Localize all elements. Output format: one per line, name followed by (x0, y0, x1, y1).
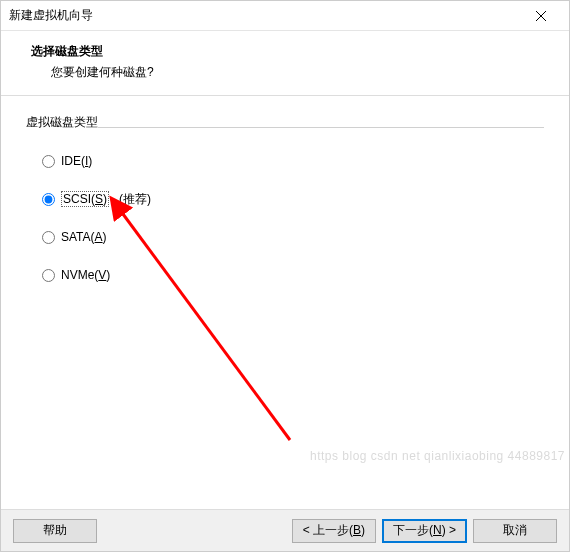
help-button[interactable]: 帮助 (13, 519, 97, 543)
cancel-button[interactable]: 取消 (473, 519, 557, 543)
radio-input-nvme[interactable] (42, 269, 55, 282)
back-button[interactable]: < 上一步(B) (292, 519, 376, 543)
radio-input-sata[interactable] (42, 231, 55, 244)
page-subtitle: 您要创建何种磁盘? (51, 64, 549, 81)
page-title: 选择磁盘类型 (31, 43, 549, 60)
radio-label-nvme[interactable]: NVMe(V) (61, 268, 110, 282)
next-button[interactable]: 下一步(N) > (382, 519, 467, 543)
wizard-header: 选择磁盘类型 您要创建何种磁盘? (1, 31, 569, 96)
radio-label-scsi[interactable]: SCSI(S) (61, 191, 109, 207)
recommend-label: (推荐) (119, 191, 151, 208)
radio-input-ide[interactable] (42, 155, 55, 168)
watermark-text: https blog csdn net qianlixiaobing 44889… (310, 449, 565, 463)
window-title: 新建虚拟机向导 (9, 7, 521, 24)
radio-input-scsi[interactable] (42, 193, 55, 206)
content-area: 虚拟磁盘类型 IDE(I) SCSI(S) (推荐) SATA(A) NVMe(… (1, 96, 569, 509)
radio-label-ide[interactable]: IDE(I) (61, 154, 92, 168)
radio-option-ide[interactable]: IDE(I) (42, 142, 544, 180)
fieldset-legend: 虚拟磁盘类型 (26, 114, 544, 131)
close-button[interactable] (521, 2, 561, 30)
radio-option-nvme[interactable]: NVMe(V) (42, 256, 544, 294)
radio-option-sata[interactable]: SATA(A) (42, 218, 544, 256)
wizard-window: 新建虚拟机向导 选择磁盘类型 您要创建何种磁盘? 虚拟磁盘类型 IDE(I) S… (0, 0, 570, 552)
fieldset-divider (98, 127, 544, 128)
titlebar: 新建虚拟机向导 (1, 1, 569, 31)
disk-type-radio-group: IDE(I) SCSI(S) (推荐) SATA(A) NVMe(V) (42, 142, 544, 294)
radio-option-scsi[interactable]: SCSI(S) (推荐) (42, 180, 544, 218)
radio-label-sata[interactable]: SATA(A) (61, 230, 107, 244)
wizard-footer: 帮助 < 上一步(B) 下一步(N) > 取消 (1, 509, 569, 551)
close-icon (536, 11, 546, 21)
